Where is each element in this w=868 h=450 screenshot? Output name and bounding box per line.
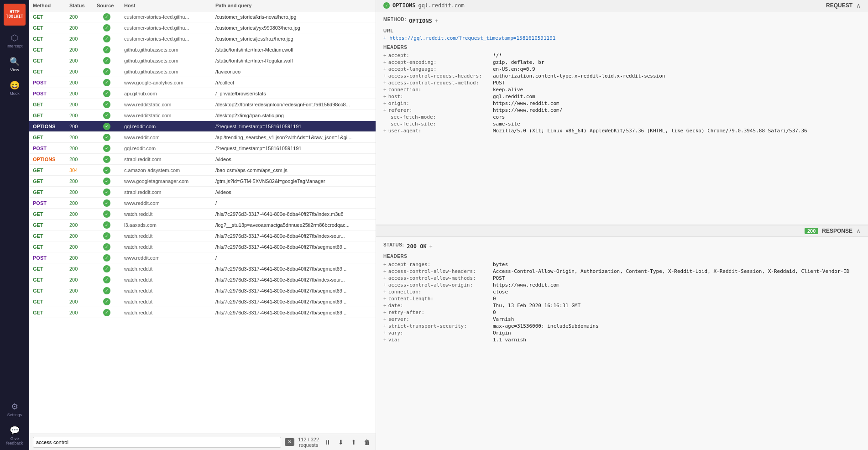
table-row[interactable]: GET 200 ✓ watch.redd.it /hls/7c2976d3-33… — [29, 285, 376, 296]
cell-method: POST — [29, 144, 66, 152]
download-button[interactable]: ⬇ — [336, 438, 345, 447]
header-key: +user-agent: — [383, 128, 493, 134]
table-row[interactable]: POST 200 ✓ www.reddit.com / — [29, 252, 376, 263]
cell-host: watch.redd.it — [120, 287, 212, 295]
cell-path: /hls/7c2976d3-3317-4641-800e-8dba40ff27f… — [212, 210, 376, 218]
table-row[interactable]: GET 200 ✓ watch.redd.it /hls/7c2976d3-33… — [29, 274, 376, 285]
clear-button[interactable]: 🗑 — [362, 438, 372, 447]
cell-source: ✓ — [93, 56, 120, 66]
table-row[interactable]: GET 200 ✓ github.githubassets.com /stati… — [29, 44, 376, 55]
header-key: +retry-after: — [383, 309, 493, 315]
table-row[interactable]: GET 200 ✓ www.redditstatic.com /desktop2… — [29, 110, 376, 121]
header-value: Origin — [493, 330, 861, 336]
table-row[interactable]: GET 200 ✓ github.githubassets.com /stati… — [29, 55, 376, 66]
table-row[interactable]: GET 304 ✓ c.amazon-adsystem.com /bao-csm… — [29, 165, 376, 176]
cell-status: 200 — [66, 254, 93, 262]
table-row[interactable]: GET 200 ✓ strapi.reddit.com /videos — [29, 187, 376, 198]
cell-host: www.googletagmanager.com — [120, 177, 212, 185]
table-row[interactable]: POST 200 ✓ www.google-analytics.com /r/c… — [29, 77, 376, 88]
cell-host: watch.redd.it — [120, 309, 212, 317]
request-section-title: REQUEST — [826, 2, 852, 9]
request-list-panel: Method Status Source Host Path and query… — [29, 0, 376, 450]
source-icon: ✓ — [103, 167, 110, 174]
cell-path: /hls/7c2976d3-3317-4641-800e-8dba40ff27f… — [212, 276, 376, 284]
table-row[interactable]: GET 200 ✓ www.googletagmanager.com /gtm.… — [29, 176, 376, 187]
header-value: Mozilla/5.0 (X11; Linux x86_64) AppleWeb… — [493, 128, 861, 134]
import-button[interactable]: ⬆ — [349, 438, 358, 447]
table-row[interactable]: GET 200 ✓ watch.redd.it /hls/7c2976d3-33… — [29, 209, 376, 220]
header-key: sec-fetch-site: — [383, 121, 493, 127]
table-row[interactable]: GET 200 ✓ watch.redd.it /hls/7c2976d3-33… — [29, 296, 376, 307]
response-collapse-button[interactable]: ∧ — [856, 227, 861, 235]
source-icon: ✓ — [103, 123, 110, 130]
header-key: +access-control-allow-origin: — [383, 282, 493, 288]
header-key: +vary: — [383, 330, 493, 336]
table-row[interactable]: GET 200 ✓ watch.redd.it /hls/7c2976d3-33… — [29, 307, 376, 318]
table-row[interactable]: OPTIONS 200 ✓ gql.reddit.com /?request_t… — [29, 121, 376, 132]
cell-host: strapi.reddit.com — [120, 188, 212, 196]
view-icon: 🔍 — [10, 58, 20, 66]
cell-source: ✓ — [93, 297, 120, 307]
sidebar-item-mock[interactable]: 😄 Mock — [0, 77, 29, 100]
main-content: Method Status Source Host Path and query… — [29, 0, 868, 450]
source-icon: ✓ — [103, 90, 110, 97]
table-row[interactable]: POST 200 ✓ www.reddit.com / — [29, 198, 376, 209]
table-row[interactable]: GET 200 ✓ watch.redd.it /hls/7c2976d3-33… — [29, 263, 376, 274]
request-collapse-button[interactable]: ∧ — [856, 2, 861, 9]
response-headers-section: HEADERS +accept-ranges: bytes +access-co… — [383, 254, 861, 343]
search-input[interactable] — [33, 437, 281, 448]
table-row[interactable]: GET 200 ✓ l3.aaxads.com /log?__stu13p=av… — [29, 220, 376, 230]
cell-status: 200 — [66, 221, 93, 229]
header-value: close — [493, 289, 861, 295]
cell-host: www.redditstatic.com — [120, 100, 212, 109]
header-key: +accept: — [383, 52, 493, 58]
table-row[interactable]: GET 200 ✓ customer-stories-feed.githu...… — [29, 11, 376, 22]
cell-status: 200 — [66, 155, 93, 163]
cell-host: customer-stories-feed.githu... — [120, 24, 212, 32]
table-row[interactable]: GET 200 ✓ customer-stories-feed.githu...… — [29, 22, 376, 33]
pause-button[interactable]: ⏸ — [323, 438, 333, 447]
table-row[interactable]: GET 200 ✓ www.redditstatic.com /desktop2… — [29, 99, 376, 110]
cell-status: 200 — [66, 199, 93, 207]
cell-path: /hls/7c2976d3-3317-4641-800e-8dba40ff27f… — [212, 287, 376, 295]
source-icon: ✓ — [103, 79, 110, 86]
cell-source: ✓ — [93, 275, 120, 285]
table-row[interactable]: GET 200 ✓ www.reddit.com /api/trending_s… — [29, 132, 376, 143]
status-add-button[interactable]: + — [429, 243, 433, 250]
cell-status: 200 — [66, 188, 93, 196]
table-row[interactable]: GET 200 ✓ customer-stories-feed.githu...… — [29, 33, 376, 44]
header-value: cors — [493, 114, 861, 120]
header-key: +connection: — [383, 87, 493, 93]
sidebar-item-settings[interactable]: ⚙ Settings — [0, 398, 29, 422]
source-icon: ✓ — [103, 112, 110, 119]
status-value: 200 OK — [407, 243, 426, 250]
table-row[interactable]: POST 200 ✓ gql.reddit.com /?request_time… — [29, 143, 376, 154]
source-icon: ✓ — [103, 188, 110, 196]
cell-source: ✓ — [93, 209, 120, 219]
sidebar-item-feedback[interactable]: 💬 Give feedback — [0, 422, 29, 450]
cell-source: ✓ — [93, 286, 120, 296]
table-row[interactable]: OPTIONS 200 ✓ strapi.reddit.com /videos — [29, 154, 376, 165]
table-row[interactable]: POST 200 ✓ api.github.com /_private/brow… — [29, 88, 376, 99]
method-add-button[interactable]: + — [435, 18, 438, 24]
clear-search-button[interactable]: ✕ — [285, 438, 294, 446]
header-row: sec-fetch-mode: cors — [383, 114, 861, 120]
source-icon: ✓ — [103, 24, 110, 31]
cell-path: /bao-csm/aps-comm/aps_csm.js — [212, 166, 376, 174]
header-row: +access-control-allow-methods: POST — [383, 275, 861, 281]
sidebar-item-view[interactable]: 🔍 View — [0, 53, 29, 77]
header-key: +referer: — [383, 107, 493, 113]
table-row[interactable]: GET 200 ✓ watch.redd.it /hls/7c2976d3-33… — [29, 241, 376, 252]
sidebar-item-intercept[interactable]: ⬡ Intercept — [0, 29, 29, 53]
table-row[interactable]: GET 200 ✓ github.githubassets.com /favic… — [29, 66, 376, 77]
request-count-value: 112 / 322 — [298, 437, 319, 442]
header-value: en-US,en;q=0.9 — [493, 66, 861, 72]
table-row[interactable]: GET 200 ✓ watch.redd.it /hls/7c2976d3-33… — [29, 230, 376, 241]
cell-host: www.reddit.com — [120, 254, 212, 262]
table-header: Method Status Source Host Path and query — [29, 0, 376, 11]
cell-source: ✓ — [93, 45, 120, 55]
cell-host: watch.redd.it — [120, 232, 212, 240]
source-icon: ✓ — [103, 254, 110, 262]
cell-path: /hls/7c2976d3-3317-4641-800e-8dba40ff27f… — [212, 298, 376, 306]
cell-status: 200 — [66, 298, 93, 306]
